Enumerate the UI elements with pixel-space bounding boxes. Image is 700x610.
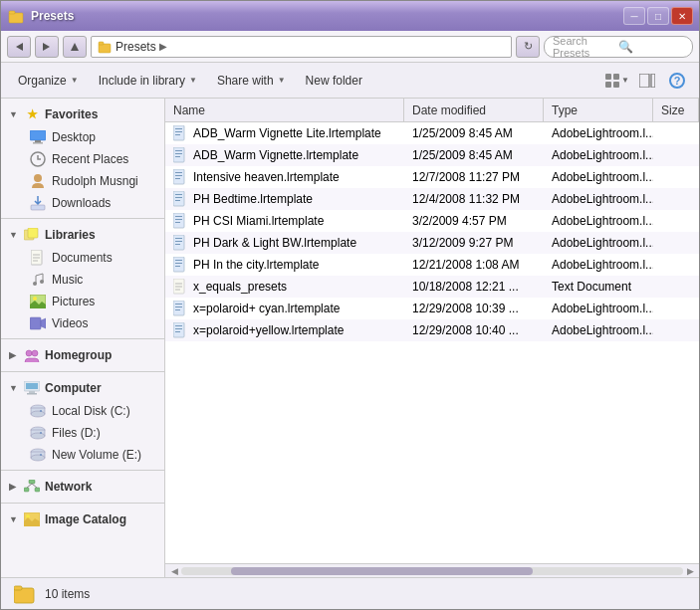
downloads-label: Downloads — [52, 196, 111, 210]
table-row[interactable]: Intensive heaven.lrtemplate 12/7/2008 11… — [165, 166, 699, 188]
svg-line-52 — [27, 484, 32, 488]
horizontal-scrollbar[interactable]: ◀ ▶ — [165, 563, 699, 577]
svg-marker-4 — [71, 43, 79, 51]
address-bar: Presets ▶ ↻ Search Presets 🔍 — [1, 31, 699, 63]
close-button[interactable]: ✕ — [671, 7, 693, 25]
svg-rect-95 — [175, 331, 180, 332]
svg-point-40 — [40, 410, 42, 412]
svg-rect-72 — [173, 213, 184, 228]
file-icon — [173, 279, 189, 295]
music-icon — [29, 272, 47, 288]
table-row[interactable]: ADB_Warm Vignette.lrtemplate 1/25/2009 8… — [165, 144, 699, 166]
svg-rect-60 — [173, 147, 184, 162]
table-row[interactable]: PH CSI Miami.lrtemplate 3/2/2009 4:57 PM… — [165, 210, 699, 232]
organize-label: Organize — [18, 74, 67, 88]
nav-divider-3 — [1, 371, 164, 372]
include-library-button[interactable]: Include in library ▼ — [90, 68, 206, 94]
nav-item-desktop[interactable]: Desktop — [1, 126, 164, 148]
table-row[interactable]: PH In the city.lrtemplate 12/21/2008 1:0… — [165, 254, 699, 276]
up-button[interactable] — [63, 36, 87, 58]
maximize-button[interactable]: □ — [647, 7, 669, 25]
new-volume-e-icon — [29, 447, 47, 463]
include-library-label: Include in library — [99, 74, 185, 88]
desktop-label: Desktop — [52, 130, 96, 144]
table-row[interactable]: PH Bedtime.lrtemplate 12/4/2008 11:32 PM… — [165, 188, 699, 210]
forward-button[interactable] — [35, 36, 59, 58]
svg-rect-1 — [9, 11, 15, 14]
hscroll-left-btn[interactable]: ◀ — [167, 566, 181, 576]
new-folder-button[interactable]: New folder — [297, 68, 371, 94]
window: Presets ─ □ ✕ Presets ▶ ↻ Search Presets — [0, 0, 700, 610]
libraries-icon — [23, 227, 41, 243]
computer-label: Computer — [45, 381, 102, 395]
nav-item-documents[interactable]: Documents — [1, 247, 164, 269]
col-header-name[interactable]: Name — [165, 99, 404, 121]
nav-item-videos[interactable]: Videos — [1, 312, 164, 334]
file-icon — [173, 169, 189, 185]
file-list[interactable]: ADB_Warm Vignette Lite.lrtemplate 1/25/2… — [165, 122, 699, 563]
nav-item-user[interactable]: Rudolph Musngi — [1, 170, 164, 192]
file-date-cell: 12/21/2008 1:08 AM — [404, 254, 544, 276]
table-row[interactable]: x_equals_presets 10/18/2008 12:21 ... Te… — [165, 276, 699, 298]
nav-divider-5 — [1, 503, 164, 504]
col-header-type[interactable]: Type — [544, 99, 653, 121]
image-catalog-expand-icon: ▼ — [9, 514, 19, 524]
svg-rect-13 — [30, 130, 46, 140]
table-row[interactable]: PH Dark & Light BW.lrtemplate 3/12/2009 … — [165, 232, 699, 254]
network-section[interactable]: ▶ Network — [1, 475, 164, 499]
hscroll-right-btn[interactable]: ▶ — [683, 566, 697, 576]
hscroll-track[interactable] — [181, 567, 683, 575]
image-catalog-label: Image Catalog — [45, 512, 126, 526]
back-button[interactable] — [7, 36, 31, 58]
nav-item-files-d[interactable]: Files (D:) — [1, 422, 164, 444]
nav-item-new-volume-e[interactable]: New Volume (E:) — [1, 444, 164, 466]
col-header-size[interactable]: Size — [653, 99, 699, 121]
svg-rect-56 — [173, 125, 184, 140]
nav-item-pictures[interactable]: Pictures — [1, 291, 164, 312]
file-icon — [173, 191, 189, 207]
pictures-label: Pictures — [52, 295, 95, 308]
image-catalog-section[interactable]: ▼ Image Catalog — [1, 508, 164, 531]
videos-label: Videos — [52, 316, 88, 330]
favorites-section[interactable]: ▼ ★ Favorites — [1, 102, 164, 126]
breadcrumb-arrow: ▶ — [159, 41, 167, 52]
documents-label: Documents — [52, 251, 113, 265]
refresh-button[interactable]: ↻ — [516, 36, 540, 58]
computer-icon — [23, 380, 41, 396]
svg-rect-91 — [175, 309, 180, 310]
organize-button[interactable]: Organize ▼ — [9, 68, 88, 94]
share-with-button[interactable]: Share with ▼ — [208, 68, 295, 94]
breadcrumb[interactable]: Presets ▶ — [91, 36, 512, 58]
libraries-section[interactable]: ▼ Libraries — [1, 223, 164, 247]
table-row[interactable]: ADB_Warm Vignette Lite.lrtemplate 1/25/2… — [165, 122, 699, 144]
svg-rect-77 — [175, 238, 182, 239]
help-button[interactable]: ? — [663, 68, 691, 94]
svg-rect-84 — [173, 279, 184, 294]
col-type-label: Type — [552, 103, 578, 117]
svg-rect-10 — [613, 82, 619, 88]
file-name: PH Dark & Light BW.lrtemplate — [193, 236, 356, 250]
minimize-button[interactable]: ─ — [623, 7, 645, 25]
svg-point-27 — [40, 280, 44, 284]
table-row[interactable]: x=polaroid+ cyan.lrtemplate 12/29/2008 1… — [165, 298, 699, 319]
svg-rect-58 — [175, 131, 182, 132]
nav-item-recent-places[interactable]: Recent Places — [1, 148, 164, 170]
computer-section[interactable]: ▼ Computer — [1, 376, 164, 400]
title-bar: Presets ─ □ ✕ — [1, 1, 699, 31]
nav-item-downloads[interactable]: Downloads — [1, 192, 164, 214]
breadcrumb-path: Presets — [116, 40, 156, 54]
svg-rect-57 — [175, 128, 182, 129]
table-row[interactable]: x=polaroid+yellow.lrtemplate 12/29/2008 … — [165, 319, 699, 341]
view-toggle-button[interactable]: ▼ — [603, 68, 631, 94]
files-d-icon — [29, 425, 47, 441]
preview-button[interactable] — [633, 68, 661, 94]
search-icon[interactable]: 🔍 — [618, 40, 684, 54]
status-folder-icon — [13, 582, 37, 606]
svg-rect-61 — [175, 150, 182, 151]
recent-places-icon — [29, 151, 47, 167]
search-box[interactable]: Search Presets 🔍 — [544, 36, 693, 58]
nav-item-local-disk-c[interactable]: Local Disk (C:) — [1, 400, 164, 422]
nav-item-music[interactable]: Music — [1, 269, 164, 291]
homegroup-section[interactable]: ▶ Homegroup — [1, 343, 164, 367]
col-header-date[interactable]: Date modified — [404, 99, 544, 121]
